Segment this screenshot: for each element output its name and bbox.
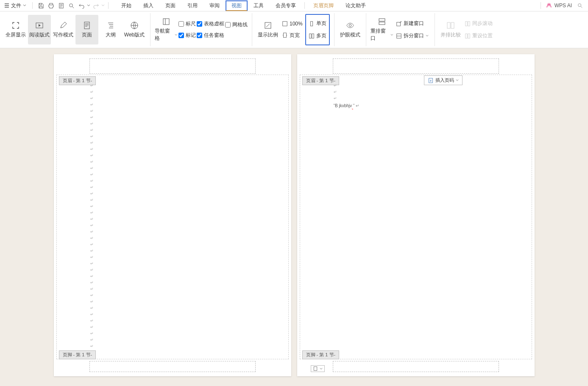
separator: [541, 2, 541, 9]
tab-page[interactable]: 页面: [159, 0, 181, 11]
svg-rect-6: [163, 19, 169, 25]
tab-insert[interactable]: 插入: [137, 0, 159, 11]
readmode-button[interactable]: 阅读版式: [28, 15, 51, 44]
fullscreen-button[interactable]: 全屏显示: [4, 15, 27, 44]
find-button[interactable]: [67, 1, 76, 10]
writemode-button[interactable]: 写作模式: [52, 15, 75, 44]
tableframe-checkbox[interactable]: 表格虚框: [197, 20, 224, 28]
insert-pn-label: 插入页码: [435, 77, 454, 83]
svg-rect-12: [312, 33, 314, 38]
quick-access-bar: 文件 开始 插入 页面 引用 审阅 视图 工具 会员专享 页眉页脚 论文助手 W…: [0, 0, 588, 11]
redo-button[interactable]: [91, 1, 100, 10]
syncscroll-button: 同步滚动: [463, 19, 494, 28]
zoom-group: 显示比例 100% 页宽 单页 多页: [256, 13, 334, 46]
svg-rect-19: [451, 22, 454, 28]
chevron-down-icon[interactable]: [87, 4, 90, 7]
page-icon: [83, 21, 91, 30]
grid-checkbox[interactable]: 网格线: [225, 21, 248, 28]
svg-point-2: [578, 4, 581, 7]
footer-pager-dropdown[interactable]: [311, 365, 325, 372]
print-button[interactable]: [46, 1, 56, 10]
footer-tag-2: 页脚 - 第 1 节-: [302, 350, 340, 359]
header-zone-2[interactable]: [333, 58, 499, 74]
svg-rect-20: [465, 21, 467, 26]
newwindow-button[interactable]: 新建窗口: [394, 19, 430, 28]
percent-icon: [264, 21, 272, 30]
reset-pos-icon: [465, 33, 471, 39]
pageview-button[interactable]: 页面: [75, 15, 98, 44]
chevron-down-icon[interactable]: [101, 4, 105, 7]
window-options: 新建窗口 拆分窗口: [394, 15, 430, 44]
window-group: 重排窗口 新建窗口 拆分窗口: [371, 13, 435, 46]
zoom-options-1: 100% 页宽: [280, 15, 304, 44]
outline-label: 大纲: [106, 31, 116, 39]
svg-rect-15: [379, 22, 385, 25]
chevron-down-icon: [456, 79, 459, 82]
tab-headerfooter[interactable]: 页眉页脚: [307, 0, 340, 11]
rearrange-button[interactable]: 重排窗口: [371, 15, 393, 44]
chevron-down-icon: [175, 33, 178, 36]
zoom-100-button[interactable]: 100%: [280, 20, 304, 28]
side-by-side-icon: [446, 21, 455, 30]
svg-rect-11: [309, 33, 311, 38]
fullscreen-label: 全屏显示: [6, 31, 26, 39]
wps-ai[interactable]: WPS AI: [535, 2, 586, 9]
tab-tools[interactable]: 工具: [248, 0, 270, 11]
eyecare-button[interactable]: 护眼模式: [339, 15, 362, 44]
resetpos-button: 重设位置: [463, 31, 494, 40]
insert-page-number[interactable]: # 插入页码: [424, 75, 463, 85]
outline-button[interactable]: 大纲: [99, 15, 122, 44]
print-preview-button[interactable]: [56, 1, 66, 10]
marks-checkbox[interactable]: 标记: [178, 32, 196, 39]
svg-rect-21: [468, 21, 470, 26]
split-window-icon: [396, 33, 402, 39]
splitwindow-button[interactable]: 拆分窗口: [394, 31, 430, 40]
footer-zone-1[interactable]: [89, 361, 256, 372]
tab-review[interactable]: 审阅: [203, 0, 226, 11]
multi-page-icon: [309, 33, 315, 39]
file-label: 文件: [11, 2, 21, 9]
navpane-button[interactable]: 导航窗格: [155, 15, 178, 44]
ruler-checkbox[interactable]: 标尺: [178, 20, 196, 28]
pagewidth-button[interactable]: 页宽: [280, 31, 304, 40]
tab-ref[interactable]: 引用: [181, 0, 203, 11]
svg-rect-22: [465, 33, 467, 38]
multipage-button[interactable]: 多页: [307, 31, 328, 40]
compare-group: 并排比较 同步滚动 重设位置: [439, 13, 494, 46]
document-page-2[interactable]: 页眉 - 第 1 节- # 插入页码 ↵↵↵ "B jkvbhjv " ↵ 页脚…: [297, 54, 535, 376]
tab-start[interactable]: 开始: [115, 0, 137, 11]
svg-rect-18: [447, 22, 450, 28]
page2-body-text[interactable]: "B jkvbhjv " ↵: [334, 103, 359, 108]
sync-scroll-icon: [465, 21, 471, 27]
webview-label: Web版式: [124, 31, 145, 39]
outline-icon: [106, 21, 115, 30]
footer-zone-2[interactable]: [333, 361, 499, 372]
eye-group: 护眼模式: [339, 13, 366, 46]
taskpane-checkbox[interactable]: 任务窗格: [197, 32, 224, 39]
rearrange-icon: [378, 17, 386, 26]
svg-rect-9: [284, 33, 287, 38]
tab-view[interactable]: 视图: [226, 0, 248, 11]
globe-icon: [130, 21, 139, 30]
showratio-button[interactable]: 显示比例: [256, 15, 279, 44]
tab-member[interactable]: 会员专享: [270, 0, 302, 11]
chevron-down-icon: [390, 33, 393, 36]
document-page-1[interactable]: 页眉 - 第 1 节- ↵↵↵↵↵↵↵↵↵↵↵↵↵↵↵↵↵↵↵↵↵↵↵↵↵↵↵↵…: [54, 54, 291, 376]
page-width-icon: [282, 32, 288, 38]
svg-text:#: #: [430, 79, 432, 82]
save-button[interactable]: [36, 1, 45, 10]
file-menu[interactable]: 文件: [2, 1, 29, 10]
svg-rect-8: [283, 21, 287, 26]
search-icon[interactable]: [577, 3, 583, 8]
singlepage-button[interactable]: 单页: [307, 19, 328, 28]
svg-point-13: [349, 24, 351, 26]
webview-button[interactable]: Web版式: [123, 15, 146, 44]
header-zone-1[interactable]: [89, 58, 256, 74]
sidebyside-label: 并排比较: [440, 31, 461, 39]
page-number-icon: #: [428, 78, 434, 83]
tab-thesis[interactable]: 论文助手: [340, 0, 372, 11]
readmode-label: 阅读版式: [29, 31, 50, 39]
undo-button[interactable]: [77, 1, 86, 10]
wps-ai-icon: [546, 3, 552, 8]
sidebyside-button[interactable]: 并排比较: [439, 15, 462, 44]
